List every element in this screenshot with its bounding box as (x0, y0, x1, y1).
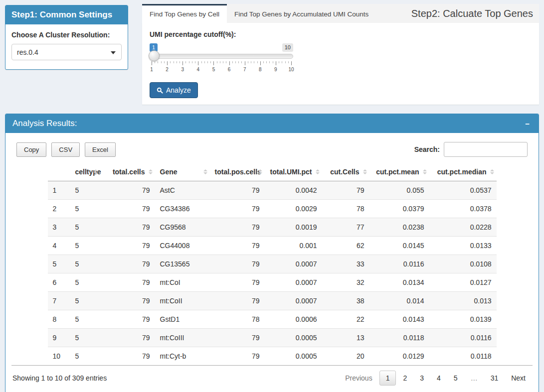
column-header-gene[interactable]: Gene (155, 163, 210, 181)
pagination-previous[interactable]: Previous (339, 371, 378, 385)
table-cell: 0.0007 (265, 273, 322, 292)
table-row[interactable]: 5579CG13565790.0007330.01160.0108 (48, 255, 497, 273)
table-cell: 79 (100, 329, 155, 347)
search-icon (157, 87, 163, 94)
table-row[interactable]: 2579CG34386790.0029780.03790.0378 (48, 200, 497, 218)
table-cell: 7 (48, 292, 70, 310)
slider-minor-tick (195, 61, 195, 63)
table-cell: 79 (210, 273, 265, 292)
table-cell: 79 (100, 255, 155, 273)
table-row[interactable]: 9579mt:CoIII790.0005130.01180.0116 (48, 329, 497, 347)
table-cell: 5 (70, 347, 100, 366)
table-row[interactable]: 10579mt:Cyt-b790.0005200.01290.0118 (48, 347, 497, 366)
table-cell: 5 (70, 292, 100, 310)
step2-title: Step2: Calcuate Top Genes (411, 8, 539, 19)
slider-grid: 12345678910 (152, 61, 291, 73)
results-panel: Analysis Results: − CopyCSVExcel Search:… (5, 114, 539, 392)
slider-tick-label: 8 (259, 67, 262, 72)
csv-button[interactable]: CSV (51, 142, 80, 157)
slider-tick-label: 9 (274, 67, 277, 72)
sort-icon (490, 169, 494, 174)
column-header-total-umi-pct[interactable]: total.UMI.pct (265, 163, 322, 181)
table-row[interactable]: 8579GstD1780.0006220.01430.0139 (48, 310, 497, 329)
table-cell: 5 (70, 273, 100, 292)
tab-find-top-genes-by-cell[interactable]: Find Top Genes by Cell (142, 4, 227, 23)
table-row[interactable]: 3579CG9568790.0019770.02380.0228 (48, 218, 497, 237)
table-row[interactable]: 1579AstC790.0042790.0550.0537 (48, 181, 497, 200)
step1-panel-title: Step1: Common Settings (5, 5, 128, 24)
slider-tick-label: 6 (228, 67, 231, 72)
slider-minor-tick (161, 61, 162, 63)
column-header-total-cells[interactable]: total.cells (100, 163, 155, 181)
table-cell: 0.0118 (369, 329, 429, 347)
pagination-page-31[interactable]: 31 (485, 371, 505, 385)
minus-icon[interactable]: − (523, 120, 532, 128)
copy-button[interactable]: Copy (16, 142, 46, 157)
slider-minor-tick (288, 61, 289, 63)
table-cell: 0.0005 (265, 329, 322, 347)
column-header-celltype[interactable]: celltype (70, 163, 100, 181)
pagination-page-2[interactable]: 2 (397, 371, 413, 385)
table-cell: AstC (155, 181, 210, 200)
slider-minor-tick (248, 61, 248, 63)
slider-major-tick (182, 61, 183, 65)
table-cell: 0.0238 (369, 218, 429, 237)
column-header-total-pos-cells[interactable]: total.pos.cells (210, 163, 265, 181)
sort-icon (203, 169, 207, 174)
column-header-cut-pct-median[interactable]: cut.pct.median (429, 163, 497, 181)
analyze-button[interactable]: Analyze (150, 82, 198, 98)
step2-panel: Find Top Genes by CellFind Top Genes by … (142, 4, 539, 105)
slider-minor-tick (220, 61, 220, 63)
pagination-page-5[interactable]: 5 (448, 371, 464, 385)
cluster-resolution-value: res.0.4 (17, 48, 38, 56)
table-cell: 0.0005 (265, 347, 322, 366)
table-cell: 0.0029 (265, 200, 322, 218)
table-row[interactable]: 6579mt:CoI790.0007320.01340.0127 (48, 273, 497, 292)
cluster-resolution-select[interactable]: res.0.4 (11, 44, 122, 60)
pagination-page-4[interactable]: 4 (431, 371, 447, 385)
pagination-page-3[interactable]: 3 (414, 371, 430, 385)
table-cell: 0.0134 (369, 273, 429, 292)
tabs: Find Top Genes by CellFind Top Genes by … (142, 4, 376, 23)
tab-find-top-genes-by-accumulated-umi-counts[interactable]: Find Top Genes by Accumulated UMI Counts (227, 4, 376, 23)
column-header-cut-cells[interactable]: cut.Cells (322, 163, 369, 181)
table-footer: Showing 1 to 10 of 309 entries Previous1… (11, 365, 533, 387)
column-label: cut.Cells (330, 168, 359, 176)
search-input[interactable] (444, 142, 528, 157)
slider-minor-tick (235, 61, 236, 63)
table-cell: 0.0007 (265, 255, 322, 273)
table-cell: 79 (100, 347, 155, 366)
excel-button[interactable]: Excel (85, 142, 116, 157)
table-row[interactable]: 7579mt:CoII790.0007380.0140.013 (48, 292, 497, 310)
pagination-page-1[interactable]: 1 (379, 371, 396, 386)
table-cell: 0.055 (369, 181, 429, 200)
slider-tick-label: 1 (150, 67, 153, 72)
table-cell: 0.0116 (369, 255, 429, 273)
table-cell: mt:Cyt-b (155, 347, 210, 366)
table-cell: 0.0228 (429, 218, 497, 237)
column-header-cut-pct-mean[interactable]: cut.pct.mean (369, 163, 429, 181)
table-cell: 10 (48, 347, 70, 366)
table-cell: 5 (48, 255, 70, 273)
slider-minor-tick (269, 61, 270, 63)
table-cell: 0.0139 (429, 310, 497, 329)
slider-track[interactable] (150, 54, 293, 59)
sort-icon (149, 169, 153, 174)
column-label: total.UMI.pct (270, 168, 312, 176)
slider-tick-label: 3 (181, 67, 184, 72)
table-cell: 0.013 (429, 292, 497, 310)
table-cell: 79 (100, 273, 155, 292)
umi-cutoff-slider[interactable]: 1 10 12345678910 (150, 43, 293, 74)
pagination-next[interactable]: Next (505, 371, 532, 385)
slider-minor-tick (254, 61, 254, 63)
slider-minor-tick (174, 61, 174, 63)
column-header-rownames (48, 163, 70, 181)
search-label: Search: (414, 145, 440, 153)
slider-handle[interactable] (149, 50, 160, 61)
slider-minor-tick (263, 61, 264, 63)
column-label: Gene (160, 168, 178, 176)
table-cell: 79 (210, 237, 265, 255)
table-cell: CG13565 (155, 255, 210, 273)
table-row[interactable]: 4579CG44008790.001620.01450.0133 (48, 237, 497, 255)
table-cell: 0.0116 (429, 329, 497, 347)
